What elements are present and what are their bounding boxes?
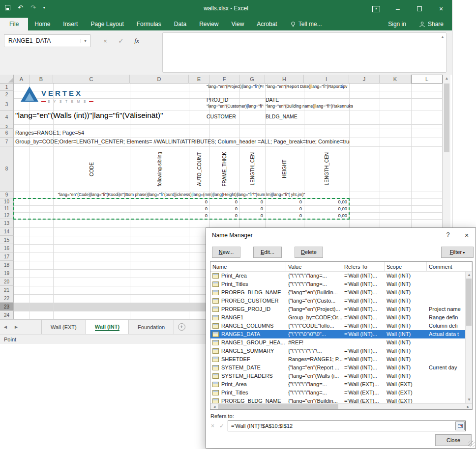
row-header[interactable]: 17 bbox=[0, 253, 14, 261]
row-header[interactable]: 21 bbox=[0, 286, 14, 294]
ribbon-tab-insert[interactable]: Insert bbox=[57, 18, 84, 30]
list-vscrollbar[interactable]: ▲ ▼ bbox=[465, 272, 472, 403]
cell[interactable]: PROJ_ID bbox=[207, 97, 256, 103]
column-header-e[interactable]: E bbox=[189, 75, 209, 84]
scroll-thumb[interactable] bbox=[218, 404, 338, 410]
ribbon-tab-review[interactable]: Review bbox=[193, 18, 225, 30]
column-header-a[interactable]: A bbox=[14, 75, 30, 84]
name-row[interactable]: SYSTEM_DATE{"lang="en"(Report ...='Wall … bbox=[210, 364, 465, 372]
filter-button[interactable]: Filter ▾ bbox=[441, 247, 474, 258]
col-header-name[interactable]: Name bbox=[210, 262, 286, 272]
cell-vertical-header[interactable]: LENGTH_CEN bbox=[304, 146, 349, 192]
column-header-c[interactable]: C bbox=[53, 75, 130, 84]
cell-vertical-header[interactable]: following-sibling bbox=[130, 146, 189, 192]
cell[interactable]: 0,00 bbox=[304, 205, 349, 212]
row-header[interactable]: 24 bbox=[0, 311, 14, 319]
resize-grip-icon[interactable] bbox=[468, 441, 475, 447]
cell[interactable]: 0 bbox=[189, 212, 209, 219]
row-header[interactable]: 19 bbox=[0, 269, 14, 278]
ribbon-display-options-icon[interactable]: ▴ bbox=[365, 0, 387, 18]
cell[interactable]: "lang="en"(Report Date)|lang="fi"(Raport… bbox=[266, 84, 446, 89]
col-header-comment[interactable]: Comment bbox=[427, 262, 472, 272]
name-box[interactable]: RANGE1_DATA ▾ bbox=[4, 34, 90, 47]
scroll-left-icon[interactable]: ◄ bbox=[211, 404, 218, 410]
col-header-refers-to[interactable]: Refers To bbox=[342, 262, 385, 272]
name-box-dropdown-icon[interactable]: ▾ bbox=[80, 39, 90, 43]
tell-me[interactable]: Tell me... bbox=[284, 18, 328, 30]
row-header[interactable]: 2 bbox=[0, 91, 14, 98]
sheet-tab-foundation[interactable]: Foundation bbox=[129, 320, 174, 334]
cell[interactable]: "lang="en"(Customer)|lang="fi"( bbox=[207, 104, 264, 109]
column-header-g[interactable]: G bbox=[239, 75, 265, 84]
ribbon-tab-acrobat[interactable]: Acrobat bbox=[250, 18, 283, 30]
cell[interactable]: "lang="en"(Project)|lang="fi"(Pr bbox=[207, 84, 264, 89]
cell-column-header-row[interactable]: "lang="en"(Code)|lang="fi"(Koodi)n"(Bom … bbox=[14, 192, 349, 197]
sheet-scroll-right-icon[interactable]: ► bbox=[11, 320, 22, 334]
row-header[interactable]: 20 bbox=[0, 278, 14, 286]
column-header-j[interactable]: J bbox=[349, 75, 380, 84]
row-header[interactable]: 6 bbox=[0, 129, 14, 138]
cell[interactable]: "lang="en"(Building name)|lang="fi"(Rake… bbox=[266, 104, 446, 109]
close-button[interactable]: Close bbox=[435, 434, 472, 446]
row-header[interactable]: 9 bbox=[0, 192, 14, 198]
ribbon-tab-view[interactable]: View bbox=[225, 18, 251, 30]
formula-cancel-icon[interactable]: × bbox=[97, 37, 113, 45]
column-header-l[interactable]: L bbox=[411, 75, 443, 84]
name-row[interactable]: PROREG_BLDG_NAME{"lang="en"(Buildin...='… bbox=[210, 288, 465, 297]
name-row[interactable]: SYSTEM_HEADERS{"lang="en"(Walls (i...='W… bbox=[210, 372, 465, 380]
name-row[interactable]: RANGE1_COLUMNS{"\"\"\"CODE"follo...='Wal… bbox=[210, 322, 465, 330]
cell[interactable]: 0 bbox=[189, 205, 209, 212]
cell-vertical-header[interactable]: CODE bbox=[53, 146, 130, 192]
row-header[interactable]: 13 bbox=[0, 219, 14, 227]
maximize-button[interactable] bbox=[409, 0, 430, 18]
cell-vertical-header[interactable]: LENGTH_CEN bbox=[239, 146, 265, 192]
name-row[interactable]: Print_Area{"\"\"\"\"\"lang=...='Wall (EX… bbox=[210, 380, 465, 389]
row-header[interactable]: 15 bbox=[0, 236, 14, 244]
ribbon-tab-page-layout[interactable]: Page Layout bbox=[84, 18, 130, 30]
row-header[interactable]: 3 bbox=[0, 98, 14, 111]
insert-function-icon[interactable]: fx bbox=[129, 37, 145, 45]
cell[interactable]: 0 bbox=[265, 205, 304, 212]
name-row[interactable]: PROREG_BLDG_NAME{"lang="en"(Buildin...='… bbox=[210, 397, 465, 403]
cell[interactable]: 0 bbox=[209, 198, 239, 205]
col-header-value[interactable]: Value bbox=[286, 262, 342, 272]
row-header[interactable]: 22 bbox=[0, 294, 14, 303]
cell[interactable]: 0 bbox=[265, 198, 304, 205]
row-header[interactable]: 5 bbox=[0, 124, 14, 129]
dialog-help-icon[interactable]: ? bbox=[441, 231, 455, 238]
cell[interactable]: 0 bbox=[209, 205, 239, 212]
cell[interactable]: 0,00 bbox=[304, 212, 349, 219]
scroll-right-icon[interactable]: ► bbox=[465, 404, 472, 410]
formula-bar-collapse-icon[interactable]: ▴ bbox=[442, 34, 444, 39]
sheet-tab-wall-int[interactable]: Wall (INT) bbox=[86, 320, 129, 334]
ribbon-tab-formulas[interactable]: Formulas bbox=[130, 18, 168, 30]
name-row[interactable]: SHEETDEFRanges=RANGE1; P...='Wall (INT).… bbox=[210, 355, 465, 364]
scroll-thumb[interactable] bbox=[466, 279, 472, 326]
column-header-d[interactable]: D bbox=[130, 75, 189, 84]
window-close-button[interactable]: × bbox=[430, 0, 452, 18]
cell[interactable]: DATE bbox=[266, 97, 315, 103]
row-header[interactable]: 1 bbox=[0, 84, 14, 91]
row-header[interactable]: 11 bbox=[0, 205, 14, 212]
name-row[interactable]: RANGE1_GROUP_HEA...#REF!Wall (INT) bbox=[210, 338, 465, 347]
edit-button[interactable]: Edit... bbox=[253, 247, 282, 258]
share-button[interactable]: Share bbox=[413, 18, 450, 30]
cell-sheet-title[interactable]: "lang="en"(Walls (int))"|lang="fi"(Välis… bbox=[15, 111, 291, 123]
row-header[interactable]: 10 bbox=[0, 198, 14, 205]
formula-input[interactable]: ▴ bbox=[162, 32, 446, 73]
ribbon-tab-file[interactable]: File bbox=[0, 18, 28, 30]
sign-in[interactable]: Sign in bbox=[382, 18, 413, 30]
collapse-dialog-icon[interactable] bbox=[455, 421, 465, 430]
cell[interactable]: 0,00 bbox=[304, 198, 349, 205]
row-header[interactable]: 7 bbox=[0, 138, 14, 146]
row-header[interactable]: 4 bbox=[0, 111, 14, 124]
name-row[interactable]: Print_Titles{"\"\"\"\"\"lang=...='Wall (… bbox=[210, 280, 465, 288]
row-header[interactable]: 14 bbox=[0, 227, 14, 236]
ribbon-tab-data[interactable]: Data bbox=[168, 18, 193, 30]
cell[interactable]: 0 bbox=[239, 212, 265, 219]
name-row-selected[interactable]: RANGE1_DATA{"\"\"\"\0"\0"\0"...='Wall (I… bbox=[210, 330, 465, 338]
row-header[interactable]: 12 bbox=[0, 212, 14, 219]
cell-vertical-header[interactable]: AUTO_COUNT bbox=[189, 146, 209, 192]
minimize-button[interactable]: – bbox=[387, 0, 409, 18]
delete-button[interactable]: Delete bbox=[295, 247, 323, 258]
